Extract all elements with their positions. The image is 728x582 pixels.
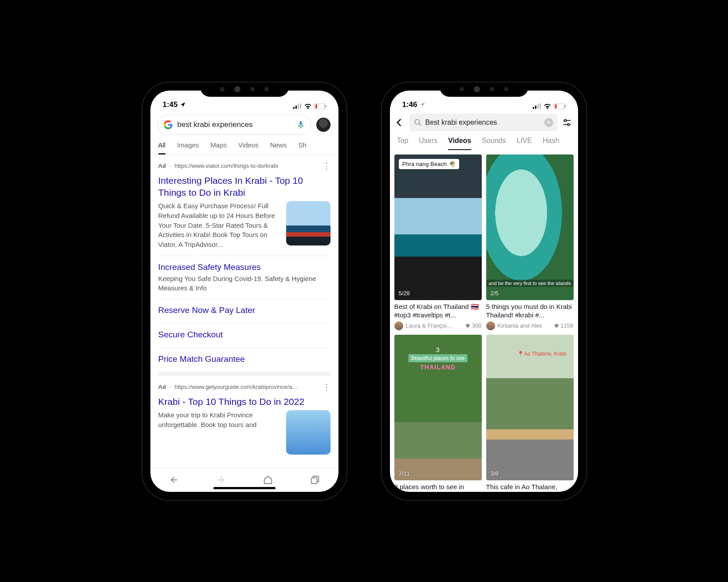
result-thumbnail[interactable] <box>286 201 331 245</box>
result-thumbnail[interactable] <box>286 410 331 455</box>
more-icon[interactable]: ⋮ <box>323 382 331 392</box>
status-time: 1:46 <box>402 100 417 109</box>
result-url: https://www.viator.com/things-to-do/krab… <box>174 162 278 169</box>
tiktok-search-input[interactable] <box>425 119 541 127</box>
signal-icon <box>533 103 541 109</box>
tab-shopping[interactable]: Sh <box>298 141 306 154</box>
video-title: 8 places worth to see in <box>394 483 482 491</box>
tab-videos[interactable]: Videos <box>238 141 259 154</box>
slide-count: 5/28 <box>399 290 410 297</box>
google-search-input[interactable] <box>177 120 292 129</box>
sitelink[interactable]: Price Match Guarantee <box>158 348 331 372</box>
heart-icon <box>465 323 471 329</box>
svg-rect-10 <box>537 104 539 109</box>
more-icon[interactable]: ⋮ <box>323 161 331 171</box>
google-results: Ad · https://www.viator.com/things-to-do… <box>150 155 338 468</box>
slide-count: 3/8 <box>491 470 499 477</box>
ad-label: Ad <box>158 384 166 390</box>
overlay-title: 3 Beautiful places to see THAILAND <box>409 346 468 371</box>
google-search-bar[interactable] <box>157 115 311 135</box>
tab-top[interactable]: Top <box>397 137 409 150</box>
tiktok-result-tabs: Top Users Videos Sounds LIVE Hash <box>390 134 578 150</box>
video-thumbnail[interactable]: and be the very first to see the islands… <box>486 154 574 300</box>
video-title: Best of Krabi on Thailand 🇹🇭 #top3 #trav… <box>394 303 482 320</box>
sitelink[interactable]: Reserve Now & Pay Later <box>158 299 331 324</box>
tab-hashtags[interactable]: Hash <box>543 137 559 150</box>
video-thumbnail[interactable]: Phra nang Beach 🌴 5/28 <box>394 154 482 300</box>
like-count[interactable]: 300 <box>465 322 482 329</box>
like-count[interactable]: 1158 <box>554 322 574 329</box>
sitelink-title: Secure Checkout <box>158 330 331 340</box>
svg-rect-14 <box>555 104 557 108</box>
result-title[interactable]: Krabi - Top 10 Things to Do in 2022 <box>158 395 331 410</box>
result-snippet: Quick & Easy Purchase Process! Full Refu… <box>158 201 281 249</box>
tab-videos[interactable]: Videos <box>448 137 471 150</box>
forward-arrow-icon[interactable] <box>216 475 226 485</box>
svg-rect-8 <box>533 107 534 109</box>
svg-rect-13 <box>565 105 566 107</box>
svg-point-18 <box>564 119 567 122</box>
search-icon <box>414 119 422 127</box>
battery-low-icon <box>554 103 566 109</box>
video-thumbnail[interactable]: 📍Ao Thalane, Krabi 3/8 <box>486 335 574 480</box>
author-avatar[interactable] <box>394 321 403 330</box>
sitelink[interactable]: Increased Safety Measures Keeping You Sa… <box>158 256 331 299</box>
video-title: 5 things you must do in Krabi Thailand! … <box>486 303 574 320</box>
tab-live[interactable]: LIVE <box>517 137 532 150</box>
ad-label: Ad <box>158 162 166 169</box>
tiktok-phone-mockup: 1:46 ✕ Top Users Videos Sounds LIVE <box>382 83 586 500</box>
google-phone-mockup: 1:45 All Images Maps Videos News Sh <box>142 83 346 500</box>
status-bar: 1:45 <box>150 91 338 110</box>
home-indicator[interactable] <box>213 487 275 489</box>
author-avatar[interactable] <box>486 321 495 330</box>
tiktok-search-bar[interactable]: ✕ <box>409 114 558 131</box>
video-card[interactable]: Phra nang Beach 🌴 5/28 Best of Krabi on … <box>394 154 482 330</box>
tab-maps[interactable]: Maps <box>210 141 227 154</box>
back-chevron-icon[interactable] <box>394 117 405 128</box>
video-card[interactable]: 3 Beautiful places to see THAILAND 7/11 … <box>394 335 482 492</box>
result-url: https://www.getyourguide.com/krabiprovin… <box>174 384 299 390</box>
google-logo-icon <box>163 120 173 130</box>
filter-icon[interactable] <box>562 118 572 127</box>
tab-images[interactable]: Images <box>177 141 199 154</box>
svg-rect-6 <box>315 104 317 108</box>
sitelink-desc: Keeping You Safe During Covid-19. Safety… <box>158 274 331 293</box>
tabs-icon[interactable] <box>310 475 320 485</box>
back-arrow-icon[interactable] <box>169 475 179 485</box>
mic-icon[interactable] <box>296 120 305 129</box>
location-arrow-icon <box>180 102 186 108</box>
video-title: This cafe in Ao Thalane, <box>486 483 574 491</box>
author-name[interactable]: Kintania and Alex <box>498 322 551 329</box>
home-icon[interactable] <box>263 475 273 485</box>
wifi-icon <box>543 103 551 109</box>
svg-rect-9 <box>535 106 536 109</box>
author-name[interactable]: Laura & Françoi... <box>406 322 462 329</box>
status-time: 1:45 <box>163 100 178 109</box>
wifi-icon <box>304 103 312 109</box>
clear-search-icon[interactable]: ✕ <box>544 118 553 127</box>
svg-rect-5 <box>325 105 326 107</box>
tab-all[interactable]: All <box>158 141 166 154</box>
caption-overlay: and be the very first to see the islands <box>486 280 574 287</box>
video-card[interactable]: and be the very first to see the islands… <box>486 154 574 330</box>
tab-users[interactable]: Users <box>419 137 437 150</box>
battery-low-icon <box>315 103 326 109</box>
video-thumbnail[interactable]: 3 Beautiful places to see THAILAND 7/11 <box>394 335 482 480</box>
result-snippet: Make your trip to Krabi Province unforge… <box>158 410 281 455</box>
account-avatar[interactable] <box>315 117 331 133</box>
svg-rect-0 <box>293 107 295 109</box>
tab-sounds[interactable]: Sounds <box>482 137 506 150</box>
slide-count: 7/11 <box>399 470 410 477</box>
svg-rect-11 <box>539 103 541 109</box>
svg-point-15 <box>415 119 420 124</box>
tab-news[interactable]: News <box>270 141 287 154</box>
status-bar: 1:46 <box>390 91 578 110</box>
sitelink-title: Price Match Guarantee <box>158 354 331 364</box>
google-result-tabs: All Images Maps Videos News Sh <box>150 139 338 155</box>
video-card[interactable]: 📍Ao Thalane, Krabi 3/8 This cafe in Ao T… <box>486 335 574 492</box>
svg-rect-7 <box>311 478 317 483</box>
result-title[interactable]: Interesting Places In Krabi - Top 10 Thi… <box>158 174 331 202</box>
sitelink[interactable]: Secure Checkout <box>158 324 331 348</box>
slide-count: 2/5 <box>491 290 499 297</box>
location-pin: 📍Ao Thalane, Krabi <box>517 351 567 357</box>
